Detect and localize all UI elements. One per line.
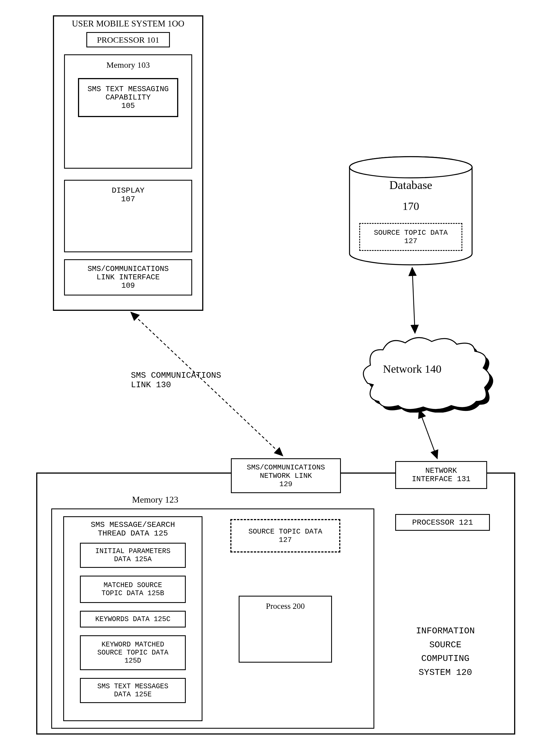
sms-text-line1: SMS TEXT MESSAGES [97, 682, 168, 690]
info-source-computing-system: Memory 123 SMS MESSAGE/SEARCH THREAD DAT… [36, 472, 515, 735]
keywords-data-label: KEYWORDS DATA 125C [95, 615, 170, 623]
sms-text-messages-data: SMS TEXT MESSAGES DATA 125E [80, 678, 186, 703]
db-source-topic-line1: SOURCE TOPIC DATA [374, 229, 447, 237]
source-topic-line2: 127 [279, 536, 292, 544]
user-mobile-system: USER MOBILE SYSTEM 1OO PROCESSOR 101 Mem… [53, 15, 203, 311]
network-interface-131: NETWORK INTERFACE 131 [395, 461, 487, 489]
matched-line2: TOPIC DATA 125B [101, 589, 164, 598]
sys-line4: SYSTEM 120 [402, 666, 489, 680]
source-topic-line1: SOURCE TOPIC DATA [248, 527, 322, 536]
svg-line-3 [412, 267, 415, 333]
process-200: Process 200 [239, 596, 332, 663]
sms-link-line1: SMS COMMUNICATIONS [131, 371, 221, 380]
processor-label: PROCESSOR 101 [97, 35, 159, 44]
initial-parameters-data: INITIAL PARAMETERS DATA 125A [80, 543, 186, 568]
network-cloud: Network 140 [351, 329, 490, 407]
process-label: Process 200 [266, 602, 305, 611]
processor-121-label: PROCESSOR 121 [412, 518, 473, 527]
display-107: DISPLAY 107 [64, 180, 192, 252]
keywords-data: KEYWORDS DATA 125C [80, 611, 186, 628]
sms-message-search-thread: SMS MESSAGE/SEARCH THREAD DATA 125 INITI… [63, 516, 202, 721]
sms-link-line2: LINK 130 [131, 380, 221, 390]
sms-net-line3: 129 [279, 480, 292, 489]
database-170: Database 170 SOURCE TOPIC DATA 127 [348, 156, 473, 267]
display-line2: 107 [121, 195, 135, 204]
memory-123-label: Memory 123 [132, 495, 178, 505]
link-line2: LINK INTERFACE [97, 273, 160, 282]
svg-point-1 [350, 157, 472, 178]
system-label: INFORMATION SOURCE COMPUTING SYSTEM 120 [402, 624, 489, 679]
sms-net-line1: SMS/COMMUNICATIONS [247, 463, 325, 472]
init-params-line2: DATA 125A [114, 555, 151, 563]
matched-line1: MATCHED SOURCE [104, 581, 162, 589]
sys-line2: SOURCE [402, 638, 489, 652]
keyword-matched-line2: SOURCE TOPIC DATA [97, 649, 168, 657]
svg-point-0 [350, 157, 472, 178]
database-num: 170 [348, 200, 473, 213]
sms-cap-line1: SMS TEXT MESSAGING [88, 85, 169, 93]
net-if-line2: INTERFACE 131 [412, 475, 471, 483]
thread-line2: THREAD DATA 125 [98, 529, 168, 538]
display-line1: DISPLAY [112, 186, 145, 195]
sms-communications-network-link: SMS/COMMUNICATIONS NETWORK LINK 129 [231, 458, 341, 493]
sys-line3: COMPUTING [402, 652, 489, 666]
thread-line1: SMS MESSAGE/SEARCH [91, 521, 175, 529]
database-title: Database [348, 179, 473, 192]
sms-net-line2: NETWORK LINK [260, 472, 312, 480]
db-source-topic-line2: 127 [404, 237, 417, 245]
memory-103-label: Memory 103 [106, 60, 150, 70]
keyword-matched-line1: KEYWORD MATCHED [101, 641, 164, 649]
sys-line1: INFORMATION [402, 624, 489, 638]
source-topic-data-127-db: SOURCE TOPIC DATA 127 [359, 223, 462, 251]
sms-text-line2: DATA 125E [114, 690, 151, 698]
keyword-matched-line3: 125D [125, 657, 141, 665]
init-params-line1: INITIAL PARAMETERS [95, 547, 170, 555]
processor-121: PROCESSOR 121 [395, 514, 490, 531]
network-label: Network 140 [383, 362, 441, 375]
sms-communications-link-label: SMS COMMUNICATIONS LINK 130 [131, 371, 221, 390]
sms-cap-line3: 105 [121, 102, 135, 110]
source-topic-data-127: SOURCE TOPIC DATA 127 [230, 519, 340, 552]
svg-line-4 [419, 410, 437, 458]
mobile-system-title: USER MOBILE SYSTEM 1OO [72, 19, 184, 29]
memory-123: SMS MESSAGE/SEARCH THREAD DATA 125 INITI… [51, 509, 374, 729]
keyword-matched-source-topic-data: KEYWORD MATCHED SOURCE TOPIC DATA 125D [80, 635, 186, 670]
net-if-line1: NETWORK [425, 467, 457, 475]
sms-text-messaging-capability: SMS TEXT MESSAGING CAPABILITY 105 [78, 78, 178, 117]
link-line3: 109 [121, 282, 135, 290]
memory-103: Memory 103 SMS TEXT MESSAGING CAPABILITY… [64, 55, 192, 169]
processor-101: PROCESSOR 101 [86, 32, 170, 47]
sms-link-interface-109: SMS/COMMUNICATIONS LINK INTERFACE 109 [64, 259, 192, 296]
matched-source-topic-data: MATCHED SOURCE TOPIC DATA 125B [80, 576, 186, 603]
sms-cap-line2: CAPABILITY [106, 93, 151, 102]
link-line1: SMS/COMMUNICATIONS [88, 265, 169, 273]
